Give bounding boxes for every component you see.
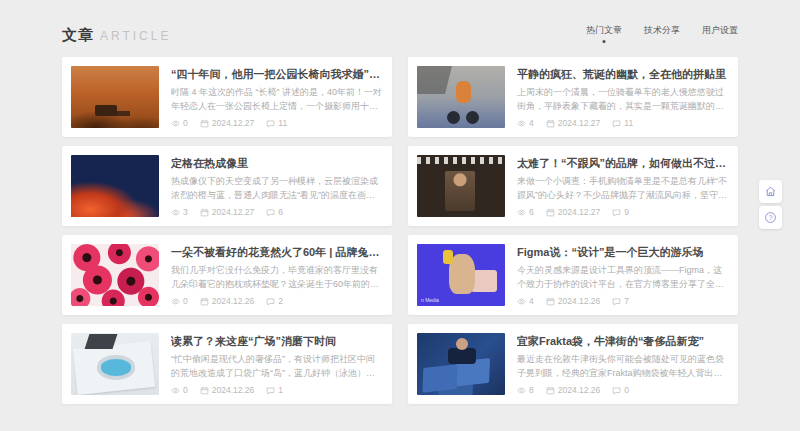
article-body: 读累了？来这座“广场”消磨下时间 “忙中偷闲是现代人的奢侈品”，有设计师把社区中…: [171, 333, 383, 395]
nav-item[interactable]: 技术分享: [644, 24, 680, 43]
thumbnail-decoration: [422, 364, 457, 392]
views-count: 3: [183, 207, 188, 217]
article-title[interactable]: 宜家Frakta袋，牛津街的“奢侈品新宠”: [517, 334, 729, 348]
views-meta: 0: [171, 385, 188, 395]
nav-label: 用户设置: [702, 25, 738, 35]
article-title[interactable]: Figma说：“设计”是一个巨大的游乐场: [517, 245, 729, 259]
article-thumbnail: [417, 155, 505, 217]
views-meta: 3: [171, 207, 188, 217]
article-title[interactable]: 平静的疯狂、荒诞的幽默，全在他的拼贴里: [517, 67, 729, 81]
article-card[interactable]: 定格在热成像里 热成像仪下的天空变成了另一种模样，云层被渲染成浓烈的橙与蓝，普通…: [62, 146, 392, 226]
comments-count: 2: [278, 296, 283, 306]
eye-icon: [171, 297, 180, 306]
comments-meta: 11: [612, 118, 633, 128]
date-meta: 2024.12.26: [200, 385, 255, 395]
article-title[interactable]: 太难了！“不跟风”的品牌，如何做出不过时的设计？: [517, 156, 729, 170]
eye-icon: [517, 297, 526, 306]
comments-meta: 7: [612, 296, 629, 306]
comment-bubble-icon: [612, 297, 621, 306]
eye-icon: [517, 386, 526, 395]
article-title[interactable]: 读累了？来这座“广场”消磨下时间: [171, 334, 383, 348]
article-card[interactable]: n Media Figma说：“设计”是一个巨大的游乐场 今天的灵感来源是设计工…: [408, 235, 738, 315]
article-grid: “四十年间，他用一把公园长椅向我求婚” | 灵感手抄本 时隔 4 年这次的作品 …: [62, 57, 738, 404]
article-title[interactable]: “四十年间，他用一把公园长椅向我求婚” | 灵感手抄本: [171, 67, 383, 81]
svg-text:?: ?: [768, 213, 772, 222]
article-meta: 6 2024.12.27 9: [517, 207, 729, 217]
article-excerpt: 来做一个小调查：手机购物清单里是不是总有几样“不跟风”的心头好？不少品牌抛弃了潮…: [517, 175, 729, 203]
nav-item[interactable]: 热门文章: [586, 24, 622, 43]
page-title-en: ARTICLE: [100, 29, 171, 43]
article-title[interactable]: 定格在热成像里: [171, 156, 383, 170]
eye-icon: [517, 208, 526, 217]
publish-date: 2024.12.27: [212, 207, 255, 217]
article-excerpt: 上周末的一个清晨，一位骑着单车的老人慢悠悠驶过街角，平静表象下藏着的，其实是一颗…: [517, 86, 729, 114]
article-thumbnail: [71, 333, 159, 395]
top-nav: 热门文章 技术分享 用户设置: [586, 24, 738, 45]
comment-bubble-icon: [266, 297, 275, 306]
views-count: 4: [529, 118, 534, 128]
calendar-icon: [546, 119, 555, 128]
article-excerpt: 最近走在伦敦牛津街头你可能会被随处可见的蓝色袋子晃到眼，经典的宜家Frakta购…: [517, 353, 729, 381]
article-thumbnail: [417, 66, 505, 128]
page-title-zh: 文章: [62, 26, 94, 43]
date-meta: 2024.12.26: [200, 296, 255, 306]
article-meta: 4 2024.12.27 11: [517, 118, 729, 128]
article-meta: 0 2024.12.26 2: [171, 296, 383, 306]
home-button[interactable]: [759, 180, 782, 203]
comment-bubble-icon: [266, 386, 275, 395]
calendar-icon: [546, 297, 555, 306]
views-count: 0: [183, 296, 188, 306]
date-meta: 2024.12.27: [546, 118, 601, 128]
comment-bubble-icon: [612, 386, 621, 395]
views-count: 8: [529, 385, 534, 395]
article-card[interactable]: 读累了？来这座“广场”消磨下时间 “忙中偷闲是现代人的奢侈品”，有设计师把社区中…: [62, 324, 392, 404]
side-tools: ?: [759, 180, 782, 229]
date-meta: 2024.12.26: [546, 385, 601, 395]
views-count: 4: [529, 296, 534, 306]
article-meta: 3 2024.12.27 6: [171, 207, 383, 217]
publish-date: 2024.12.26: [558, 385, 601, 395]
calendar-icon: [546, 208, 555, 217]
nav-item[interactable]: 用户设置: [702, 24, 738, 43]
publish-date: 2024.12.26: [558, 296, 601, 306]
article-card[interactable]: 太难了！“不跟风”的品牌，如何做出不过时的设计？ 来做一个小调查：手机购物清单里…: [408, 146, 738, 226]
comments-count: 11: [624, 118, 633, 128]
calendar-icon: [200, 297, 209, 306]
comments-meta: 11: [266, 118, 287, 128]
article-body: 宜家Frakta袋，牛津街的“奢侈品新宠” 最近走在伦敦牛津街头你可能会被随处可…: [517, 333, 729, 395]
article-body: “四十年间，他用一把公园长椅向我求婚” | 灵感手抄本 时隔 4 年这次的作品 …: [171, 66, 383, 128]
article-title[interactable]: 一朵不被看好的花竟然火了60年 | 品牌兔子洞: [171, 245, 383, 259]
publish-date: 2024.12.27: [212, 118, 255, 128]
comments-meta: 2: [266, 296, 283, 306]
calendar-icon: [200, 208, 209, 217]
publish-date: 2024.12.26: [212, 296, 255, 306]
comment-bubble-icon: [266, 208, 275, 217]
article-meta: 0 2024.12.27 11: [171, 118, 383, 128]
article-thumbnail: [71, 244, 159, 306]
article-card[interactable]: 宜家Frakta袋，牛津街的“奢侈品新宠” 最近走在伦敦牛津街头你可能会被随处可…: [408, 324, 738, 404]
article-meta: 8 2024.12.26 0: [517, 385, 729, 395]
comments-count: 6: [278, 207, 283, 217]
views-meta: 4: [517, 296, 534, 306]
thumbnail-decoration: [443, 250, 453, 264]
article-card[interactable]: 一朵不被看好的花竟然火了60年 | 品牌兔子洞 我们几乎对它没什么免疫力，毕竟谁…: [62, 235, 392, 315]
comment-bubble-icon: [612, 208, 621, 217]
eye-icon: [517, 119, 526, 128]
views-count: 0: [183, 118, 188, 128]
page-header: 文章ARTICLE 热门文章 技术分享 用户设置: [62, 0, 738, 45]
article-card[interactable]: 平静的疯狂、荒诞的幽默，全在他的拼贴里 上周末的一个清晨，一位骑着单车的老人慢悠…: [408, 57, 738, 137]
date-meta: 2024.12.27: [200, 207, 255, 217]
comment-bubble-icon: [612, 119, 621, 128]
eye-icon: [171, 208, 180, 217]
article-thumbnail: [71, 155, 159, 217]
publish-date: 2024.12.27: [558, 118, 601, 128]
thumbnail-text: n Media: [421, 297, 439, 303]
home-icon: [764, 185, 777, 198]
views-meta: 0: [171, 118, 188, 128]
article-excerpt: 今天的灵感来源是设计工具界的顶流——Figma，这个致力于协作的设计平台，在官方…: [517, 264, 729, 292]
help-icon: ?: [764, 211, 777, 224]
article-card[interactable]: “四十年间，他用一把公园长椅向我求婚” | 灵感手抄本 时隔 4 年这次的作品 …: [62, 57, 392, 137]
help-button[interactable]: ?: [759, 206, 782, 229]
comments-count: 0: [624, 385, 629, 395]
views-meta: 8: [517, 385, 534, 395]
